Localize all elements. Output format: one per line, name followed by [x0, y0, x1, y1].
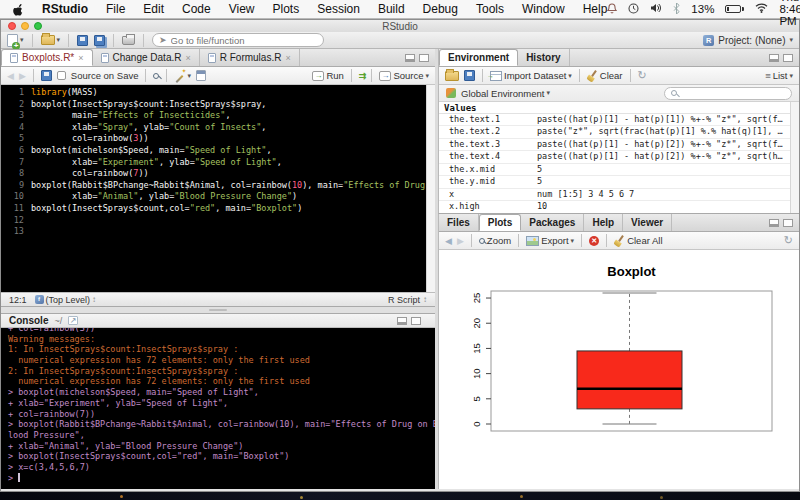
- menu-item-plots[interactable]: Plots: [273, 2, 300, 16]
- menu-item-session[interactable]: Session: [317, 2, 360, 16]
- wifi-icon[interactable]: [755, 3, 768, 15]
- back-icon[interactable]: ◀: [7, 71, 14, 81]
- minimize-pane-button[interactable]: [405, 54, 415, 62]
- rerun-icon[interactable]: ⇉: [359, 71, 365, 81]
- popout-icon[interactable]: ↗: [68, 316, 78, 325]
- battery-icon[interactable]: [725, 5, 744, 13]
- environment-search[interactable]: [664, 87, 792, 100]
- menu-item-help[interactable]: Help: [583, 2, 608, 16]
- tab-boxplots-r[interactable]: Boxplots.R*×: [1, 49, 93, 66]
- close-icon[interactable]: ×: [285, 53, 290, 63]
- close-icon[interactable]: ×: [78, 53, 83, 63]
- bluetooth-icon[interactable]: [673, 3, 680, 16]
- list-view-button[interactable]: ≡List▾: [765, 70, 793, 81]
- tab-history[interactable]: History: [518, 49, 569, 66]
- maximize-pane-button[interactable]: [783, 54, 793, 62]
- open-file-button[interactable]: ▾: [41, 35, 61, 45]
- maximize-pane-button[interactable]: [411, 317, 421, 325]
- code-editor[interactable]: 1library(MASS)2boxplot(InsectSprays$coun…: [1, 85, 435, 292]
- save-button[interactable]: [77, 35, 88, 46]
- export-plot-button[interactable]: Export▾: [526, 235, 574, 246]
- menu-item-build[interactable]: Build: [378, 2, 405, 16]
- goto-file-input[interactable]: [171, 35, 301, 46]
- code-line[interactable]: 13: [1, 226, 435, 238]
- forward-icon[interactable]: ▶: [19, 71, 26, 81]
- code-line[interactable]: 6boxplot(michelson$Speed, main="Speed of…: [1, 145, 435, 157]
- env-row-the.text.2[interactable]: the.text.2paste("z*", sqrt(frac(hat(p)[1…: [439, 126, 790, 138]
- env-row-x.high[interactable]: x.high10: [439, 201, 790, 213]
- tab-packages[interactable]: Packages: [521, 214, 584, 231]
- source-button[interactable]: →Source▾: [379, 70, 429, 81]
- refresh-icon[interactable]: ↻: [784, 234, 793, 247]
- tab-help[interactable]: Help: [584, 214, 623, 231]
- menu-item-view[interactable]: View: [229, 2, 255, 16]
- env-row-the.x.mid[interactable]: the.x.mid5: [439, 164, 790, 176]
- remove-plot-icon[interactable]: ✕: [589, 236, 599, 246]
- code-line[interactable]: 7 xlab="Experiment", ylab="Speed of Ligh…: [1, 157, 435, 169]
- minimize-pane-button[interactable]: [397, 317, 407, 325]
- code-tools-button[interactable]: ▾: [174, 70, 191, 81]
- refresh-icon[interactable]: ↻: [638, 69, 647, 82]
- tab-plots[interactable]: Plots: [479, 214, 521, 231]
- previous-plot-icon[interactable]: ◀: [445, 236, 452, 246]
- scope-selector[interactable]: f(Top Level)↕: [35, 295, 97, 305]
- tab-r-formulas-r[interactable]: R Formulas.R×: [200, 49, 300, 66]
- menu-item-file[interactable]: File: [106, 2, 125, 16]
- maximize-pane-button[interactable]: [783, 219, 793, 227]
- minimize-pane-button[interactable]: [769, 219, 779, 227]
- env-row-x[interactable]: xnum [1:5] 3 4 5 6 7: [439, 189, 790, 201]
- code-line[interactable]: 8 col=rainbow(7)): [1, 168, 435, 180]
- volume-icon[interactable]: [650, 3, 662, 15]
- env-row-the.text.1[interactable]: the.text.1paste((hat(p)[1] - hat(p)[1]) …: [439, 114, 790, 126]
- save-source-button[interactable]: [41, 70, 52, 81]
- menu-item-window[interactable]: Window: [522, 2, 565, 16]
- code-line[interactable]: 2boxplot(InsectSprays$count:InsectSprays…: [1, 99, 435, 111]
- clear-all-plots-button[interactable]: Clear All: [614, 235, 662, 246]
- code-line[interactable]: 1library(MASS): [1, 87, 435, 99]
- code-line[interactable]: 11boxplot(InsectSprays$count,col="red", …: [1, 203, 435, 215]
- console-output[interactable]: + col=rainbow(3))Warning messages:1: In …: [1, 328, 435, 489]
- load-workspace-icon[interactable]: [445, 71, 459, 81]
- code-line[interactable]: 5 col=rainbow(3)): [1, 133, 435, 145]
- run-button[interactable]: →Run: [312, 70, 343, 81]
- zoom-plot-button[interactable]: Zoom: [479, 235, 511, 246]
- goto-file-search[interactable]: ➤: [152, 33, 324, 47]
- env-row-the.text.3[interactable]: the.text.3paste((hat(p)[1] - hat(p)[2]) …: [439, 139, 790, 151]
- save-workspace-icon[interactable]: [464, 70, 475, 81]
- global-environment-selector[interactable]: Global Environment▾: [461, 88, 550, 99]
- menu-item-code[interactable]: Code: [182, 2, 211, 16]
- env-row-the.y.mid[interactable]: the.y.mid5: [439, 176, 790, 188]
- tab-environment[interactable]: Environment: [439, 49, 518, 66]
- print-button[interactable]: [122, 36, 135, 45]
- code-line[interactable]: 9boxplot(Rabbit$BPchange~Rabbit$Animal, …: [1, 180, 435, 192]
- source-on-save-checkbox[interactable]: [57, 71, 66, 80]
- close-icon[interactable]: ×: [185, 53, 190, 63]
- import-dataset-button[interactable]: Import Dataset▾: [490, 70, 572, 81]
- filetype-selector[interactable]: R Script: [388, 295, 420, 305]
- clear-environment-button[interactable]: Clear: [587, 70, 623, 81]
- next-plot-icon[interactable]: ▶: [457, 236, 464, 246]
- menu-item-rstudio[interactable]: RStudio: [42, 2, 88, 16]
- tab-change-data-r[interactable]: Change Data.R×: [93, 49, 200, 66]
- apple-menu-icon[interactable]: [13, 3, 24, 16]
- minimize-pane-button[interactable]: [769, 54, 779, 62]
- code-line[interactable]: 4 xlab="Spray", ylab="Count of Insects",: [1, 122, 435, 134]
- tab-files[interactable]: Files: [439, 214, 479, 231]
- code-line[interactable]: 3 main="Effects of Insecticides",: [1, 110, 435, 122]
- env-row-the.text.4[interactable]: the.text.4paste((hat(p)[1] - hat(p)[2]) …: [439, 151, 790, 163]
- compile-notebook-icon[interactable]: [196, 70, 206, 81]
- clock-icon[interactable]: [628, 3, 639, 16]
- code-line[interactable]: 10 xlab="Animal", ylab="Blood Pressure C…: [1, 191, 435, 203]
- bell-icon[interactable]: [607, 3, 617, 16]
- find-icon[interactable]: [153, 73, 159, 79]
- new-file-button[interactable]: ▾: [7, 34, 24, 47]
- menu-item-debug[interactable]: Debug: [423, 2, 458, 16]
- maximize-pane-button[interactable]: [419, 54, 429, 62]
- code-line[interactable]: 12: [1, 215, 435, 227]
- menu-item-tools[interactable]: Tools: [476, 2, 504, 16]
- menubar-clock[interactable]: Thu 8:46 PM: [779, 0, 800, 27]
- project-menu-button[interactable]: R Project: (None) ▾: [703, 35, 793, 46]
- save-all-button[interactable]: [94, 35, 105, 46]
- menu-item-edit[interactable]: Edit: [143, 2, 164, 16]
- tab-viewer[interactable]: Viewer: [623, 214, 672, 231]
